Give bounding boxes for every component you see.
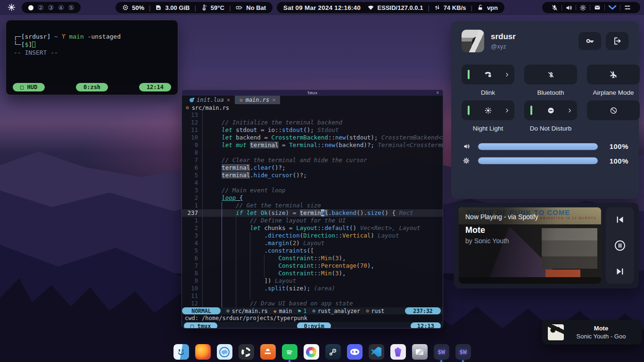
username: srdusr [491,32,516,41]
code-line: 7 // Clear the terminal and hide the cur… [182,156,443,164]
toggle-label: Airplane Mode [587,84,640,100]
dock-discord[interactable] [347,344,363,360]
lock-keys-button[interactable] [578,32,601,50]
code-line: 11 let stdout = io::stdout(); Stdout [182,126,443,134]
code-line: 8 [182,149,443,156]
dock-firefox[interactable] [195,344,211,360]
toggle-night-light[interactable] [462,100,514,120]
toggle-airplane-mode[interactable] [587,65,640,84]
workspace-switcher[interactable]: ②③④⑤ [22,2,81,13]
previous-track-button[interactable] [615,214,625,225]
dock-obsidian[interactable] [390,344,406,360]
workspace-active[interactable] [28,5,33,10]
line-number: 1 [182,217,203,224]
toggle-label: Dlink [462,84,514,100]
code-line: 8 Constraint::Min(3), [182,270,443,277]
tmux-window-pill[interactable]: 0:zsh [76,83,108,91]
line-number: 7 [182,262,203,270]
statusline-diagnostics: ⚑1 [297,308,306,314]
notification-album-thumb [548,324,564,340]
code-area[interactable]: 1312 // Initialize the terminal backend1… [182,111,443,307]
statusline-lsp: ⚙rust_analyzer [312,308,360,314]
unlock-icon [477,4,484,11]
chevron-right-icon[interactable] [504,72,510,78]
workspace-2[interactable]: ② [38,4,44,11]
toggle-do-not-disturb[interactable] [524,100,577,120]
dock-spotify[interactable] [282,344,297,360]
segment-battery-missing: No Bat [235,4,266,11]
tray-settings-gear[interactable] [576,4,590,11]
dock-vscode[interactable] [369,344,384,360]
tray-mic-muted[interactable] [548,4,561,11]
tmux-clock-pill: 12:14 [139,83,171,91]
line-number: 5 [182,172,203,179]
network-status: ESSID/127.0.0.1|74 KB/s|vpn [361,2,504,13]
close-icon[interactable]: x [437,90,439,95]
toggle-blocked[interactable] [587,100,640,120]
code-line: 3 .direction(Direction::Vertical) Layout [182,232,443,239]
dock-obs[interactable] [239,344,254,360]
dock-trash[interactable] [412,344,428,360]
chevron-right-icon[interactable] [567,107,572,114]
code-line: 10 let backend = CrosstermBackend::new(s… [182,134,443,141]
terminal-output: ┌─[srdusr] ~ ϒ main -unstaged└─[$]-- INS… [6,20,178,57]
thermometer-icon [201,4,207,11]
line-number: 4 [182,239,203,247]
dock-files[interactable] [173,344,189,360]
chevron-right-icon[interactable] [504,107,510,114]
clock[interactable]: Sat 09 Mar 2024 12:16:40 [277,2,367,13]
toggle-bluetooth[interactable] [524,65,577,84]
rust-icon: ⚙ [366,308,369,314]
workspace-5[interactable]: ⑤ [68,4,74,11]
terminal-window[interactable]: ┌─[srdusr] ~ ϒ main -unstaged└─[$]-- INS… [6,20,178,95]
chevron-down-icon [608,5,617,10]
tmux-session-pill[interactable]: □ HUD [13,83,45,91]
tray-mail[interactable] [590,4,604,11]
tab-main.rs[interactable]: ⚙main.rs× [235,96,280,104]
workspace-3[interactable]: ③ [48,4,54,11]
dock-qbittorrent[interactable]: qb [217,344,232,360]
line-number: 12 [182,119,203,126]
now-playing-header: Now Playing - via Spotify [465,213,538,221]
volume-slider[interactable] [478,143,598,150]
dock-wallet-2[interactable]: $W [455,344,471,360]
tray-toggles[interactable] [620,4,635,11]
updown-arrows-icon [434,4,440,11]
tmux-status-bar-editor: □ tmux 0:nvim 12:13 [182,322,443,329]
rust-file-icon: ⚙ [186,105,189,111]
code-line: 5 .constraints([ [182,247,443,255]
slider-brightness: 100% [462,156,628,165]
toggle-dlink[interactable] [462,65,514,84]
workspace-4[interactable]: ④ [58,4,64,11]
brightness-slider[interactable] [478,157,598,165]
album-art[interactable]: SHAPE OF PUNK TO COME A CHIMERICAL BOMBI… [459,207,601,284]
line-number: 4 [182,179,203,187]
dock-wallet-1[interactable]: $W [434,344,449,360]
notification-subtitle: Sonic Youth - Goo [564,333,638,340]
dock-steam[interactable] [325,344,341,360]
code-line: 2 loop { [182,194,443,202]
dock-vlc[interactable] [260,344,276,360]
key-icon [585,36,594,46]
editor-window[interactable]: tmux x init.lua×⚙main.rs× ⚙ src/main.rs … [182,90,443,329]
code-line: 12 // Initialize the terminal backend [182,119,443,126]
line-number: 2 [182,224,203,232]
tray-volume[interactable] [562,4,576,11]
breadcrumb: ⚙ src/main.rs [182,104,443,111]
notification-toast[interactable]: Mote Sonic Youth - Goo [542,320,642,345]
pause-button[interactable] [614,239,626,252]
tmux-window-pill[interactable]: 0:nvim [297,322,330,329]
git-icon: ◈ [273,308,277,314]
line-number: 10 [182,285,203,292]
tray-chevron-down[interactable] [605,5,620,10]
dock-photos[interactable] [304,344,319,360]
next-track-button[interactable] [615,266,625,277]
cwd-line: cwd: /home/srdusr/projects/typerpunk [182,314,443,322]
line-number: 6 [182,164,203,172]
logout-button[interactable] [606,32,628,50]
line-number: 1 [182,202,203,209]
tab-close-icon[interactable]: × [227,97,230,103]
tab-close-icon[interactable]: × [272,97,275,103]
tab-init.lua[interactable]: init.lua× [185,96,235,104]
tmux-session-pill[interactable]: □ tmux [184,322,217,329]
